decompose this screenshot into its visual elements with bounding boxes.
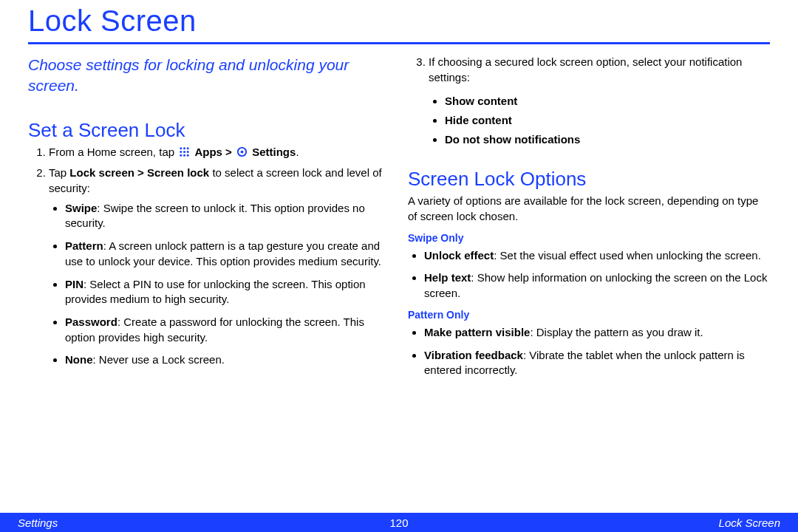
swipe-label: Swipe	[65, 202, 97, 214]
list-item: Unlock effect: Set the visual effect use…	[424, 248, 770, 264]
right-column: If choosing a secured lock screen option…	[408, 55, 770, 386]
steps-continued: If choosing a secured lock screen option…	[408, 55, 770, 149]
svg-point-5	[187, 151, 189, 153]
pin-label: PIN	[65, 278, 83, 290]
svg-point-2	[187, 147, 189, 149]
two-columns: Choose settings for locking and unlockin…	[28, 55, 770, 386]
list-item: Help text: Show help information on unlo…	[424, 270, 770, 301]
left-column: Choose settings for locking and unlockin…	[28, 55, 390, 386]
page-title: Lock Screen	[28, 4, 770, 38]
pattern-only-list: Make pattern visible: Display the patter…	[408, 325, 770, 378]
none-text: : Never use a Lock screen.	[93, 353, 225, 366]
svg-point-1	[183, 147, 185, 149]
list-item: None: Never use a Lock screen.	[65, 352, 390, 368]
svg-point-0	[180, 147, 183, 149]
svg-point-10	[241, 150, 244, 153]
list-item: Hide content	[445, 112, 770, 129]
help-text-text: : Show help information on unlocking the…	[424, 271, 767, 299]
pattern-label: Pattern	[65, 239, 103, 252]
svg-point-3	[180, 151, 183, 153]
pin-text: : Select a PIN to use for unlocking the …	[65, 278, 366, 306]
list-item: Swipe: Swipe the screen to unlock it. Th…	[65, 201, 390, 231]
list-item: Make pattern visible: Display the patter…	[424, 325, 770, 341]
list-item: Pattern: A screen unlock pattern is a ta…	[65, 239, 390, 269]
step-2-b: Lock screen > Screen lock	[69, 166, 209, 179]
password-label: Password	[65, 316, 117, 328]
lock-type-list: Swipe: Swipe the screen to unlock it. Th…	[49, 201, 390, 368]
apps-label: Apps >	[194, 146, 231, 158]
svg-point-8	[187, 154, 189, 156]
vibration-feedback-label: Vibration feedback	[424, 349, 523, 361]
page-footer: Settings 120 Lock Screen	[0, 513, 798, 532]
help-text-label: Help text	[424, 271, 471, 284]
list-item: Vibration feedback: Vibrate the tablet w…	[424, 348, 770, 378]
list-item: PIN: Select a PIN to use for unlocking t…	[65, 277, 390, 307]
screen-lock-options-heading: Screen Lock Options	[408, 168, 770, 191]
screen-lock-options-intro: A variety of options are available for t…	[408, 194, 770, 224]
svg-point-7	[183, 154, 185, 156]
title-rule	[28, 42, 770, 44]
notification-options: Show content Hide content Do not show no…	[429, 92, 770, 149]
intro-text: Choose settings for locking and unlockin…	[28, 55, 390, 97]
apps-grid-icon	[179, 146, 190, 157]
step-3-text: If choosing a secured lock screen option…	[429, 55, 742, 83]
list-item: Do not show notifications	[445, 131, 770, 149]
swipe-text: : Swipe the screen to unlock it. This op…	[65, 202, 365, 230]
step-3: If choosing a secured lock screen option…	[429, 55, 770, 149]
gear-icon	[236, 146, 248, 157]
none-label: None	[65, 353, 93, 366]
make-pattern-visible-text: : Display the pattern as you draw it.	[530, 326, 703, 338]
set-screen-lock-heading: Set a Screen Lock	[28, 119, 390, 142]
swipe-only-heading: Swipe Only	[408, 232, 770, 244]
list-item: Password: Create a password for unlockin…	[65, 315, 390, 345]
page-body: Lock Screen Choose settings for locking …	[0, 0, 798, 386]
step-2-a: Tap	[49, 166, 69, 179]
swipe-only-list: Unlock effect: Set the visual effect use…	[408, 248, 770, 301]
svg-point-4	[183, 151, 185, 153]
svg-point-6	[180, 154, 183, 156]
settings-label: Settings	[252, 146, 296, 158]
step-1-end: .	[296, 146, 299, 158]
make-pattern-visible-label: Make pattern visible	[424, 326, 530, 338]
unlock-effect-text: : Set the visual effect used when unlock…	[494, 249, 761, 262]
step-1: From a Home screen, tap Apps > Settings.	[49, 145, 390, 160]
pattern-only-heading: Pattern Only	[408, 309, 770, 321]
list-item: Show content	[445, 92, 770, 110]
step-2: Tap Lock screen > Screen lock to select …	[49, 166, 390, 368]
set-screen-lock-steps: From a Home screen, tap Apps > Settings.	[28, 145, 390, 368]
step-1-text-a: From a Home screen, tap	[49, 146, 174, 158]
unlock-effect-label: Unlock effect	[424, 249, 494, 262]
footer-page-number: 120	[0, 516, 798, 529]
pattern-text: : A screen unlock pattern is a tap gestu…	[65, 239, 381, 267]
